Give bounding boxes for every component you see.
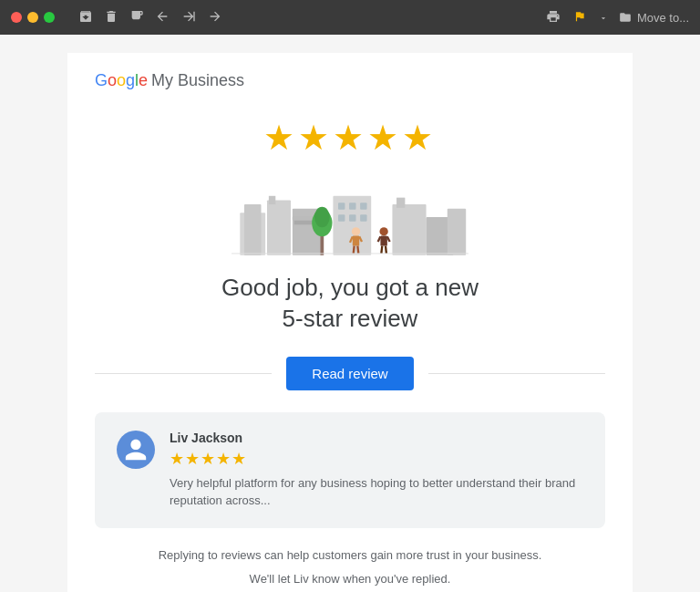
svg-point-9	[314, 207, 330, 227]
heading-line2: 5-star review	[283, 305, 418, 332]
flag-dropdown-icon[interactable]	[597, 10, 610, 26]
heading-line1: Good job, you got a new	[221, 274, 479, 301]
svg-rect-32	[448, 209, 466, 255]
forward-icon[interactable]	[206, 9, 224, 26]
close-button[interactable]	[11, 12, 22, 23]
forward-all-icon[interactable]	[179, 9, 199, 26]
svg-rect-14	[338, 214, 345, 221]
svg-rect-29	[392, 204, 426, 255]
svg-point-23	[380, 227, 388, 235]
read-review-button[interactable]: Read review	[286, 357, 413, 390]
avatar-icon	[123, 437, 149, 462]
logo-text: Google	[95, 71, 148, 90]
svg-rect-3	[269, 196, 275, 204]
city-illustration	[232, 176, 468, 258]
minimize-button[interactable]	[27, 12, 38, 23]
svg-point-17	[352, 227, 360, 235]
logo-mybusiness-text: My Business	[151, 71, 244, 90]
review-stars: ★★★★★	[170, 449, 583, 469]
svg-line-21	[354, 246, 355, 254]
email-body: Google My Business ★★★★★	[67, 53, 633, 592]
move-to-label: Move to...	[637, 11, 689, 25]
svg-rect-15	[349, 214, 355, 221]
city-svg	[232, 176, 468, 258]
svg-rect-16	[360, 214, 366, 221]
flag-icon[interactable]	[571, 9, 588, 26]
gmb-logo: Google My Business	[95, 71, 605, 90]
footer-text-1: Replying to reviews can help customers g…	[95, 546, 605, 566]
email-content-area: Google My Business ★★★★★	[0, 35, 700, 592]
trash-icon[interactable]	[102, 9, 120, 26]
move-to-button[interactable]: Move to...	[619, 11, 689, 25]
svg-line-28	[386, 246, 386, 254]
reviewer-info: Liv Jackson ★★★★★ Very helpful platform …	[170, 431, 583, 510]
box-icon[interactable]	[128, 9, 146, 26]
svg-rect-24	[380, 235, 386, 245]
right-divider	[428, 373, 605, 374]
back-icon[interactable]	[153, 9, 171, 26]
reviewer-name: Liv Jackson	[170, 431, 583, 445]
svg-line-26	[387, 236, 390, 242]
footer-text-2: We'll let Liv know when you've replied.	[95, 572, 605, 586]
rating-stars-section: ★★★★★	[67, 99, 633, 167]
svg-rect-11	[338, 203, 345, 209]
archive-icon[interactable]	[77, 9, 95, 26]
titlebar: Move to...	[0, 0, 700, 35]
svg-line-22	[357, 246, 358, 254]
gmb-header: Google My Business	[67, 53, 633, 99]
print-icon[interactable]	[544, 9, 562, 26]
svg-line-25	[378, 236, 381, 242]
traffic-lights	[11, 12, 55, 23]
svg-line-27	[381, 246, 382, 254]
svg-rect-12	[349, 203, 355, 209]
titlebar-right-icons: Move to...	[544, 9, 689, 26]
svg-rect-1	[244, 204, 262, 255]
toolbar-icons	[77, 9, 224, 26]
maximize-button[interactable]	[44, 12, 55, 23]
svg-rect-18	[353, 235, 359, 245]
left-divider	[95, 373, 272, 374]
review-text: Very helpful platform for any business h…	[170, 474, 583, 510]
reviewer-avatar	[117, 431, 155, 469]
big-stars: ★★★★★	[67, 118, 633, 158]
svg-rect-2	[267, 200, 291, 254]
review-card: Liv Jackson ★★★★★ Very helpful platform …	[95, 412, 605, 528]
cta-section: Read review	[95, 357, 605, 390]
svg-rect-30	[396, 198, 405, 208]
main-heading: Good job, you got a new 5-star review	[104, 273, 596, 335]
svg-rect-13	[360, 203, 366, 209]
